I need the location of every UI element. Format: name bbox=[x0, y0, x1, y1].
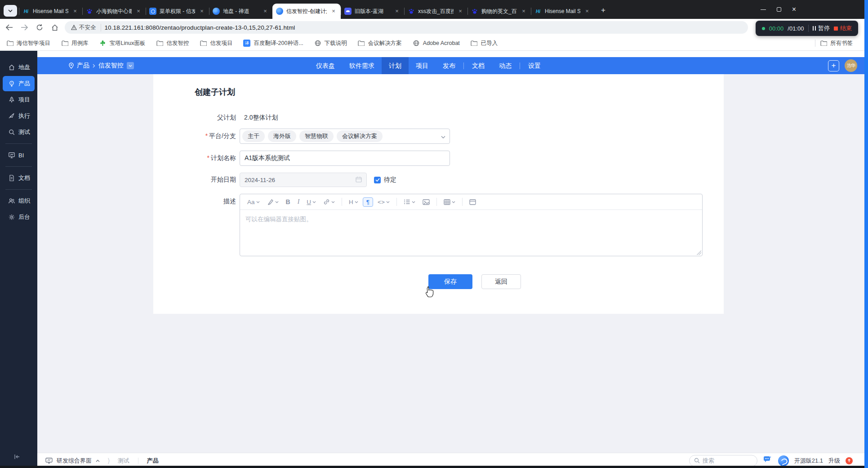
version-label[interactable]: 开源版21.1 bbox=[794, 457, 823, 465]
tab-close-icon[interactable]: × bbox=[520, 8, 527, 15]
address-bar[interactable]: 不安全 10.18.221.161:8080/zentao/productpla… bbox=[65, 21, 748, 34]
editor-body[interactable]: 可以在编辑器直接贴图。 bbox=[240, 210, 702, 256]
search-input[interactable] bbox=[703, 457, 748, 464]
global-search[interactable] bbox=[689, 455, 757, 467]
nav-item-dashboard[interactable]: 仪表盘 bbox=[309, 57, 342, 74]
image-button[interactable] bbox=[420, 197, 432, 207]
sidebar-item-doc[interactable]: 文档 bbox=[3, 170, 35, 186]
stop-recording-button[interactable]: 结束 bbox=[834, 24, 852, 32]
text-color-button[interactable] bbox=[264, 197, 281, 207]
workspace-switcher[interactable]: 研发综合界面 ⟩ 测试 产品 bbox=[45, 457, 159, 465]
tab-baidu-shopping[interactable]: 小海购物中心最火的 × bbox=[82, 4, 146, 19]
nav-item-settings[interactable]: 设置 bbox=[521, 57, 548, 74]
sidebar-item-test[interactable]: 测试 bbox=[3, 125, 35, 140]
table-button[interactable] bbox=[441, 197, 458, 207]
quick-create-button[interactable]: + bbox=[828, 60, 839, 71]
font-style-button[interactable]: Aa bbox=[245, 197, 263, 207]
start-date-input[interactable]: 2024-11-26 bbox=[240, 173, 367, 187]
bookmark-bt-panel[interactable]: 宝塔Linux面板 bbox=[99, 40, 146, 47]
tab-shopping-english[interactable]: 购物的英文_百度搜索 × bbox=[467, 4, 531, 19]
window-maximize-button[interactable] bbox=[777, 7, 781, 12]
list-button[interactable] bbox=[401, 197, 418, 206]
bookmark-xinfa-zhikong[interactable]: 信发智控 bbox=[156, 40, 189, 47]
paragraph-button[interactable]: ¶ bbox=[363, 197, 373, 207]
tab-xss-search[interactable]: xss攻击_百度搜索 × bbox=[404, 4, 467, 19]
upgrade-badge-icon[interactable] bbox=[846, 457, 853, 464]
bookmark-baidu-translate[interactable]: 译百度翻译-200种语... bbox=[243, 40, 303, 47]
window-close-button[interactable]: × bbox=[792, 7, 796, 12]
chevron-down-icon[interactable] bbox=[441, 132, 445, 140]
pending-checkbox-group[interactable]: 待定 bbox=[374, 176, 396, 184]
tab-close-icon[interactable]: × bbox=[330, 8, 337, 15]
sidebar-collapse-button[interactable] bbox=[13, 454, 21, 462]
tab-hisense-mail-2[interactable]: Hi Hisense Mail System × bbox=[531, 4, 594, 19]
italic-button[interactable]: I bbox=[295, 196, 303, 207]
link-button[interactable] bbox=[320, 197, 338, 207]
bookmark-adobe-acrobat[interactable]: Adobe Acrobat bbox=[413, 40, 460, 47]
sidebar-item-bi[interactable]: BI bbox=[3, 147, 35, 163]
forward-button[interactable] bbox=[18, 21, 31, 34]
bookmark-case-library[interactable]: 用例库 bbox=[61, 40, 89, 47]
nav-item-plan[interactable]: 计划 bbox=[382, 57, 409, 74]
tab-lanhu[interactable]: 旧版本-蓝湖 × bbox=[341, 4, 404, 19]
nav-item-dynamic[interactable]: 动态 bbox=[492, 57, 519, 74]
tab-close-icon[interactable]: × bbox=[71, 8, 79, 15]
breadcrumb-section[interactable]: 产品 bbox=[77, 62, 89, 70]
pause-recording-button[interactable]: 暂停 bbox=[813, 24, 830, 32]
tab-close-icon[interactable]: × bbox=[262, 8, 269, 15]
nav-item-project[interactable]: 项目 bbox=[409, 57, 436, 74]
sidebar-item-dashboard[interactable]: 地盘 bbox=[3, 60, 35, 75]
platform-multiselect[interactable]: 主干 海外版 智慧物联 会议解决方案 bbox=[240, 129, 450, 144]
bookmark-xinfa-project[interactable]: 信发项目 bbox=[200, 40, 232, 47]
platform-tag[interactable]: 主干 bbox=[242, 130, 265, 142]
window-minimize-button[interactable] bbox=[761, 9, 766, 10]
home-button[interactable] bbox=[49, 21, 61, 34]
pending-checkbox[interactable] bbox=[374, 177, 381, 183]
resize-handle[interactable] bbox=[697, 250, 701, 255]
tab-close-icon[interactable]: × bbox=[457, 8, 464, 15]
nav-item-release[interactable]: 发布 bbox=[436, 57, 463, 74]
user-avatar[interactable]: 浩华 bbox=[845, 59, 857, 72]
back-button-form[interactable]: 返回 bbox=[481, 274, 521, 289]
underline-button[interactable]: U bbox=[304, 197, 319, 207]
panel-button[interactable] bbox=[467, 197, 479, 207]
tab-close-icon[interactable]: × bbox=[393, 8, 401, 15]
breadcrumb-product[interactable]: 信发智控 bbox=[98, 62, 124, 70]
upgrade-link[interactable]: 升级 bbox=[828, 457, 840, 465]
sidebar-item-project[interactable]: 项目 bbox=[3, 92, 35, 107]
all-bookmarks-button[interactable]: 所有书签 bbox=[820, 40, 853, 47]
tab-close-icon[interactable]: × bbox=[583, 8, 591, 15]
platform-tag[interactable]: 智慧物联 bbox=[299, 130, 334, 142]
sidebar-item-org[interactable]: 组织 bbox=[3, 193, 35, 209]
product-switch-dropdown[interactable] bbox=[127, 62, 134, 69]
new-tab-button[interactable]: + bbox=[597, 4, 610, 17]
status-tab-test[interactable]: 测试 bbox=[118, 457, 129, 465]
tab-close-icon[interactable]: × bbox=[198, 8, 205, 15]
sidebar-item-execution[interactable]: 执行 bbox=[3, 108, 35, 124]
bold-button[interactable]: B bbox=[283, 196, 293, 207]
status-tab-product[interactable]: 产品 bbox=[147, 457, 159, 465]
plan-name-input[interactable] bbox=[240, 151, 450, 166]
reload-button[interactable] bbox=[33, 21, 46, 34]
platform-tag[interactable]: 海外版 bbox=[268, 130, 296, 142]
save-button[interactable]: 保存 bbox=[428, 274, 472, 289]
nav-item-doc[interactable]: 文档 bbox=[465, 57, 492, 74]
code-button[interactable]: <> bbox=[375, 197, 392, 207]
ai-assistant-icon[interactable] bbox=[763, 456, 773, 465]
bookmark-meeting-solution[interactable]: 会议解决方案 bbox=[358, 40, 402, 47]
tab-menu-permission[interactable]: 菜单权限 - 信发智控 × bbox=[146, 4, 209, 19]
bookmark-imported[interactable]: 已导入 bbox=[471, 40, 498, 47]
platform-tag[interactable]: 会议解决方案 bbox=[337, 130, 383, 142]
nav-item-requirements[interactable]: 软件需求 bbox=[342, 57, 382, 74]
tab-create-plan-active[interactable]: 信发智控-创建计划 - × bbox=[272, 4, 341, 19]
tab-hisense-mail-1[interactable]: Hi Hisense Mail System × bbox=[19, 4, 82, 19]
sidebar-item-admin[interactable]: 后台 bbox=[3, 209, 35, 225]
bookmark-download-notes[interactable]: 下载说明 bbox=[314, 40, 347, 47]
sidebar-item-product[interactable]: 产品 bbox=[3, 76, 35, 91]
tab-zentao-home[interactable]: 地盘 - 禅道 × bbox=[209, 4, 272, 19]
tab-close-icon[interactable]: × bbox=[135, 8, 142, 15]
zentao-logo[interactable] bbox=[778, 455, 789, 466]
bookmark-hisense-project[interactable]: 海信智学项目 bbox=[6, 40, 50, 47]
tab-search-button[interactable] bbox=[4, 5, 17, 17]
not-secure-chip[interactable]: 不安全 bbox=[71, 24, 101, 31]
